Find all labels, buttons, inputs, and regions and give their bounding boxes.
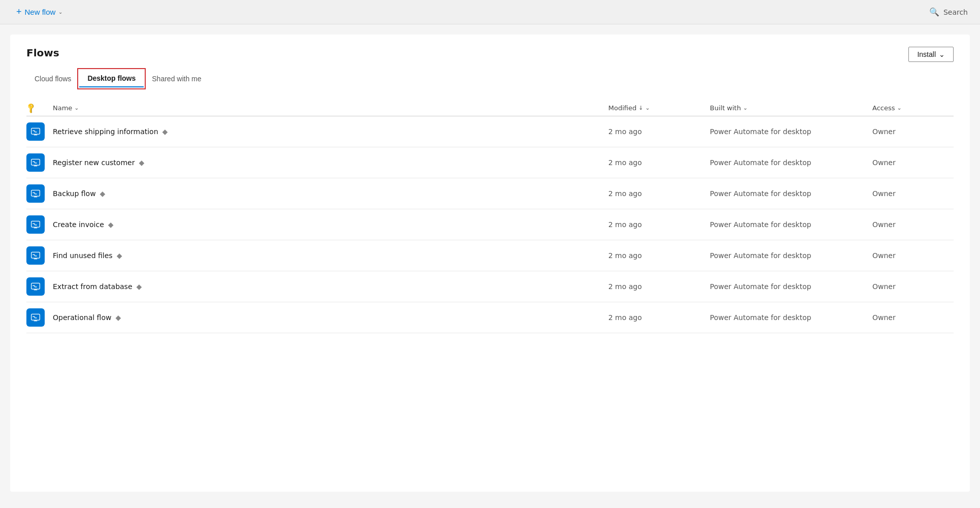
flow-icon-cell: [26, 215, 53, 234]
built-with-col-header[interactable]: Built with ⌄: [710, 104, 872, 112]
built-with-cell: Power Automate for desktop: [710, 282, 872, 291]
modified-cell: 2 mo ago: [608, 189, 710, 198]
search-label: Search: [943, 8, 968, 16]
desktop-flow-svg: [30, 281, 41, 292]
flow-icon: [26, 215, 45, 234]
table-row[interactable]: Retrieve shipping information ◆ 2 mo ago…: [26, 116, 954, 147]
svg-point-55: [32, 316, 34, 318]
premium-diamond-icon: ◆: [162, 128, 168, 136]
flow-name-cell: Operational flow ◆: [53, 313, 608, 322]
new-flow-button[interactable]: + New flow ⌄: [12, 5, 67, 19]
svg-point-30: [36, 225, 37, 226]
modified-sort-icon: ⌄: [645, 105, 650, 111]
main-content: Flows Install ⌄ Cloud flows Desktop flow…: [10, 35, 970, 492]
flow-name-text: Create invoice: [53, 220, 104, 229]
access-cell: Owner: [872, 313, 954, 322]
built-with-cell: Power Automate for desktop: [710, 313, 872, 322]
name-col-header[interactable]: Name ⌄: [53, 104, 608, 112]
svg-point-23: [32, 193, 34, 194]
install-button[interactable]: Install ⌄: [908, 47, 954, 62]
flow-icon-cell: [26, 246, 53, 265]
install-chevron-icon: ⌄: [939, 50, 945, 58]
table-row[interactable]: Find unused files ◆ 2 mo ago Power Autom…: [26, 240, 954, 271]
table-row[interactable]: Create invoice ◆ 2 mo ago Power Automate…: [26, 209, 954, 240]
flow-icon-cell: [26, 153, 53, 172]
svg-rect-24: [31, 221, 40, 227]
modified-cell: 2 mo ago: [608, 251, 710, 260]
key-col-header: 🔑: [26, 104, 53, 112]
desktop-flow-svg: [30, 157, 41, 168]
premium-diamond-icon: ◆: [108, 220, 114, 229]
search-area[interactable]: 🔍 Search: [929, 7, 968, 17]
table-header: 🔑 Name ⌄ Modified ↓ ⌄ Built with ⌄ Acces…: [26, 100, 954, 116]
svg-point-47: [32, 285, 34, 287]
built-with-cell: Power Automate for desktop: [710, 128, 872, 136]
svg-point-6: [36, 132, 37, 133]
flow-icon: [26, 308, 45, 327]
modified-cell: 2 mo ago: [608, 158, 710, 167]
svg-rect-40: [31, 283, 40, 289]
access-cell: Owner: [872, 282, 954, 291]
topbar-left: + New flow ⌄: [12, 5, 67, 19]
key-icon: 🔑: [25, 102, 37, 113]
chevron-down-icon: ⌄: [58, 9, 62, 15]
flow-name-cell: Backup flow ◆: [53, 189, 608, 198]
svg-point-7: [32, 131, 34, 132]
flow-name-cell: Extract from database ◆: [53, 282, 608, 291]
premium-diamond-icon: ◆: [115, 313, 121, 322]
modified-cell: 2 mo ago: [608, 282, 710, 291]
svg-point-14: [36, 163, 37, 164]
topbar: + New flow ⌄ 🔍 Search: [0, 0, 980, 24]
tab-cloud-flows[interactable]: Cloud flows: [26, 70, 79, 87]
flow-name-text: Retrieve shipping information: [53, 128, 158, 136]
desktop-flow-svg: [30, 126, 41, 137]
flow-icon: [26, 122, 45, 141]
table-row[interactable]: Backup flow ◆ 2 mo ago Power Automate fo…: [26, 178, 954, 209]
access-cell: Owner: [872, 158, 954, 167]
flow-icon: [26, 153, 45, 172]
built-with-sort-icon: ⌄: [743, 105, 747, 111]
svg-point-46: [36, 287, 37, 288]
modified-cell: 2 mo ago: [608, 128, 710, 136]
modified-col-header[interactable]: Modified ↓ ⌄: [608, 104, 710, 112]
table-row[interactable]: Operational flow ◆ 2 mo ago Power Automa…: [26, 302, 954, 333]
premium-diamond-icon: ◆: [139, 158, 144, 167]
svg-point-54: [36, 318, 37, 319]
built-with-cell: Power Automate for desktop: [710, 158, 872, 167]
flow-icon: [26, 277, 45, 296]
premium-diamond-icon: ◆: [137, 282, 142, 291]
flow-icon: [26, 246, 45, 265]
svg-point-22: [36, 194, 37, 195]
flow-icon-cell: [26, 122, 53, 141]
new-flow-label: New flow: [25, 8, 56, 16]
svg-point-39: [32, 255, 34, 256]
flow-name-text: Extract from database: [53, 282, 133, 291]
built-with-col-label: Built with: [710, 104, 741, 112]
table-row[interactable]: Register new customer ◆ 2 mo ago Power A…: [26, 147, 954, 178]
svg-rect-32: [31, 252, 40, 258]
svg-point-31: [32, 224, 34, 225]
modified-cell: 2 mo ago: [608, 220, 710, 229]
search-icon: 🔍: [929, 7, 939, 17]
svg-point-38: [36, 256, 37, 257]
svg-point-15: [32, 162, 34, 163]
flow-name-text: Register new customer: [53, 158, 135, 167]
desktop-flow-svg: [30, 312, 41, 323]
flows-table: 🔑 Name ⌄ Modified ↓ ⌄ Built with ⌄ Acces…: [26, 100, 954, 333]
flow-name-text: Operational flow: [53, 313, 111, 322]
table-row[interactable]: Extract from database ◆ 2 mo ago Power A…: [26, 271, 954, 302]
flow-icon: [26, 184, 45, 203]
built-with-cell: Power Automate for desktop: [710, 220, 872, 229]
tab-desktop-flows[interactable]: Desktop flows: [79, 70, 144, 87]
tab-shared-with-me[interactable]: Shared with me: [144, 70, 209, 87]
access-cell: Owner: [872, 220, 954, 229]
desktop-flow-svg: [30, 188, 41, 199]
desktop-flow-svg: [30, 250, 41, 261]
page-header: Flows Install ⌄: [26, 47, 954, 62]
install-label: Install: [917, 50, 936, 58]
access-col-label: Access: [872, 104, 895, 112]
access-col-header[interactable]: Access ⌄: [872, 104, 954, 112]
access-cell: Owner: [872, 251, 954, 260]
built-with-cell: Power Automate for desktop: [710, 189, 872, 198]
table-rows: Retrieve shipping information ◆ 2 mo ago…: [26, 116, 954, 333]
